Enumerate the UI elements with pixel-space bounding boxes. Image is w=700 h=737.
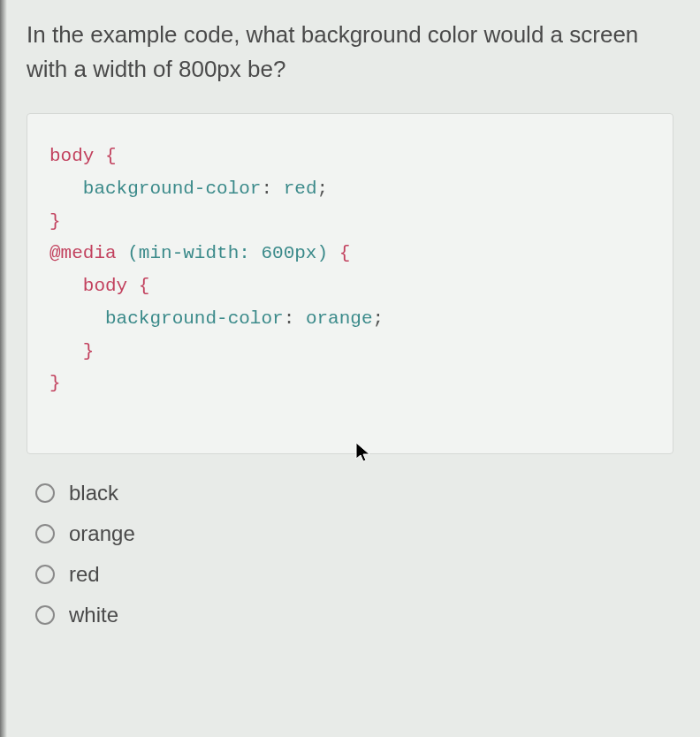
radio-icon — [35, 605, 55, 625]
cursor-icon — [354, 441, 372, 464]
code-brace: { — [127, 276, 149, 296]
code-value: red — [284, 179, 317, 199]
code-property: background-color — [83, 179, 262, 199]
code-value: orange — [306, 308, 373, 329]
code-space — [117, 243, 128, 263]
code-brace: } — [49, 373, 61, 393]
code-indent — [49, 276, 83, 296]
code-colon: : — [261, 179, 283, 199]
options-group: black orange red white — [27, 481, 673, 627]
code-colon: : — [284, 308, 306, 329]
option-label: black — [69, 481, 118, 505]
code-semi: ; — [373, 308, 384, 329]
code-indent — [49, 341, 83, 361]
radio-icon — [35, 565, 55, 584]
code-atrule: @media — [49, 243, 117, 263]
code-brace: { — [328, 243, 350, 263]
code-semi: ; — [316, 179, 328, 199]
code-paren: ) — [316, 243, 328, 263]
code-property: background-color — [105, 308, 284, 329]
option-label: white — [69, 603, 118, 627]
code-line-3: } — [49, 206, 651, 239]
code-line-8: } — [49, 368, 651, 400]
code-block: body { background-color: red; } @media (… — [27, 113, 673, 454]
code-paren: ( — [127, 243, 139, 263]
code-selector: body — [83, 276, 127, 296]
code-brace: } — [83, 341, 95, 361]
code-brace: } — [49, 211, 61, 232]
code-line-5: body { — [49, 270, 651, 303]
code-indent — [49, 179, 83, 199]
code-line-6: background-color: orange; — [49, 303, 651, 336]
left-shadow — [0, 0, 7, 737]
code-line-1: body { — [49, 141, 651, 173]
code-line-4: @media (min-width: 600px) { — [49, 238, 651, 270]
question-text: In the example code, what background col… — [27, 18, 673, 87]
code-condition: min-width: 600px — [139, 243, 317, 263]
option-red[interactable]: red — [35, 562, 673, 587]
radio-icon — [35, 483, 55, 503]
code-indent — [49, 308, 105, 329]
code-line-2: background-color: red; — [49, 173, 651, 206]
option-white[interactable]: white — [35, 603, 673, 627]
code-selector: body — [49, 146, 94, 166]
radio-icon — [35, 524, 55, 543]
option-label: red — [69, 562, 100, 587]
option-black[interactable]: black — [35, 481, 673, 505]
option-orange[interactable]: orange — [35, 521, 673, 546]
code-line-7: } — [49, 336, 651, 368]
option-label: orange — [69, 521, 135, 546]
code-brace: { — [94, 146, 116, 166]
